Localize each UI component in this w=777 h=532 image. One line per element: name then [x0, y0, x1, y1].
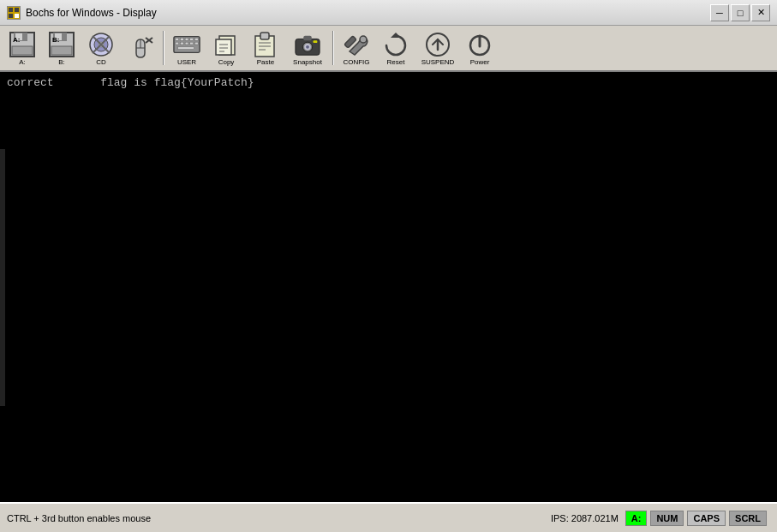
snapshot-icon: [294, 31, 321, 58]
svg-rect-4: [15, 14, 19, 18]
close-button[interactable]: ✕: [751, 4, 770, 21]
display-area: correct flag is flag{YourPatch}: [0, 72, 777, 502]
paste-button[interactable]: Paste: [247, 27, 284, 69]
reset-label: Reset: [387, 59, 405, 66]
power-label: Power: [470, 59, 490, 66]
drive-indicator: A:: [625, 511, 648, 526]
num-badge: NUM: [650, 511, 684, 526]
app-icon: [7, 6, 21, 20]
svg-rect-47: [303, 35, 311, 40]
svg-rect-51: [314, 40, 318, 43]
svg-point-52: [360, 36, 367, 43]
floppy-b-label: B:: [58, 59, 65, 66]
svg-text:B:: B:: [52, 36, 59, 44]
user-button[interactable]: USER: [168, 27, 206, 69]
power-icon: [466, 31, 493, 58]
reset-button[interactable]: Reset: [377, 27, 415, 69]
cdrom-button[interactable]: CD: [82, 27, 120, 69]
config-button[interactable]: CONFIG: [338, 27, 375, 69]
minimize-button[interactable]: ─: [710, 4, 729, 21]
cdrom-icon: [87, 31, 115, 58]
svg-rect-8: [12, 46, 33, 55]
cdrom-label: CD: [96, 59, 106, 66]
paste-label: Paste: [257, 59, 274, 66]
svg-rect-3: [9, 14, 13, 18]
svg-rect-28: [190, 38, 194, 40]
copy-label: Copy: [218, 59, 235, 66]
svg-rect-29: [194, 38, 198, 40]
svg-rect-37: [216, 39, 231, 55]
window-controls: ─ □ ✕: [710, 4, 770, 21]
sep-2: [332, 31, 334, 65]
svg-rect-35: [178, 46, 194, 49]
display-text: correct flag is flag{YourPatch}: [7, 76, 254, 89]
svg-rect-32: [185, 42, 188, 45]
reset-icon: [382, 31, 409, 58]
snapshot-button[interactable]: Snapshot: [286, 27, 329, 69]
mouse-icon: [127, 34, 154, 62]
config-label: CONFIG: [343, 59, 369, 66]
scrl-badge: SCRL: [729, 511, 767, 526]
suspend-icon: [424, 31, 451, 58]
copy-button[interactable]: Copy: [207, 27, 245, 69]
svg-rect-13: [51, 46, 72, 55]
maximize-button[interactable]: □: [731, 4, 750, 21]
svg-rect-25: [176, 38, 179, 40]
svg-marker-54: [391, 33, 401, 38]
floppy-a-label: A:: [19, 59, 26, 66]
svg-rect-31: [180, 42, 183, 45]
floppy-b-icon: B:: [48, 31, 75, 58]
user-label: USER: [177, 59, 196, 66]
mouse-hint-text: CTRL + 3rd button enables mouse: [7, 513, 551, 523]
paste-icon: [252, 31, 279, 58]
toolbar: A: A: B: B:: [0, 26, 777, 72]
suspend-label: SUSPEND: [421, 59, 455, 66]
title-bar: Bochs for Windows - Display ─ □ ✕: [0, 0, 777, 26]
caps-badge: CAPS: [687, 511, 726, 526]
svg-text:A:: A:: [13, 36, 20, 44]
snapshot-label: Snapshot: [293, 59, 322, 66]
floppy-b-button[interactable]: B: B:: [43, 27, 81, 69]
window-title: Bochs for Windows - Display: [26, 7, 157, 19]
mouse-button[interactable]: [122, 27, 159, 69]
svg-rect-42: [260, 33, 269, 39]
svg-rect-27: [185, 38, 188, 40]
svg-rect-34: [194, 42, 198, 45]
config-icon: [343, 31, 370, 58]
ips-text: IPS: 2087.021M: [551, 513, 619, 523]
status-bar: CTRL + 3rd button enables mouse IPS: 208…: [0, 502, 777, 532]
floppy-a-icon: A:: [9, 31, 36, 58]
svg-rect-30: [176, 42, 179, 45]
svg-rect-26: [180, 38, 183, 40]
power-button[interactable]: Power: [461, 27, 499, 69]
svg-rect-2: [15, 8, 19, 12]
svg-point-50: [306, 45, 309, 48]
svg-rect-1: [9, 8, 13, 12]
left-indicator: [0, 149, 5, 406]
sep-1: [163, 31, 164, 65]
title-bar-left: Bochs for Windows - Display: [7, 6, 157, 20]
suspend-button[interactable]: SUSPEND: [416, 27, 459, 69]
keyboard-icon: [173, 31, 200, 58]
copy-icon: [212, 31, 240, 58]
floppy-a-button[interactable]: A: A:: [3, 27, 41, 69]
svg-rect-33: [190, 42, 194, 45]
